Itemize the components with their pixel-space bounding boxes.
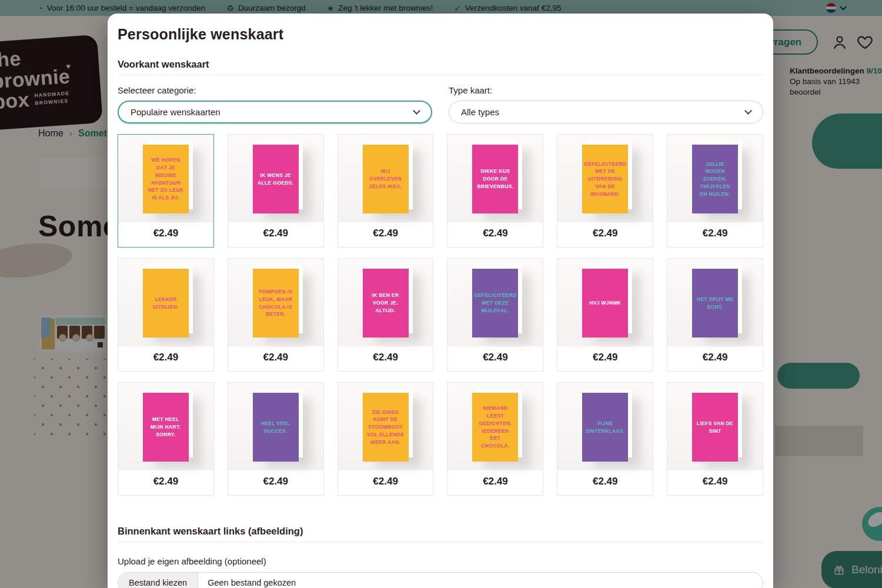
wenskaart-tile[interactable]: FIJNE SINTERKLAAS.€2.49 — [557, 382, 653, 496]
wenskaart-price: €2.49 — [557, 470, 653, 495]
type-value: Alle types — [461, 107, 499, 117]
wenskaart-text: DIKKE KUS DOOR DE BRIEVENBUS. — [472, 145, 518, 213]
wenskaart-tile[interactable]: HET SPIJT ME ECHT.€2.49 — [667, 258, 763, 372]
wenskaart-price: €2.49 — [447, 470, 543, 495]
wenskaart-price: €2.49 — [228, 222, 323, 247]
wenskaart-price: €2.49 — [338, 222, 433, 247]
divider — [118, 542, 763, 542]
wenskaart-tile[interactable]: IK BEN ER VOOR JE. ALTIJD.€2.49 — [338, 258, 434, 372]
wenskaart-text: POMPOEN IS LEUK, MAAR CHOCOLA IS BETER. — [253, 269, 299, 338]
wenskaart-tile[interactable]: HEEL VEEL SUCCES.€2.49 — [228, 382, 324, 496]
category-label: Selecteer categorie: — [118, 85, 432, 95]
wenskaart-tile[interactable]: ZIE GINDS KOMT DE STOOMBOOT VOL ELLENDE … — [338, 382, 434, 496]
wenskaart-grid: WE HOPEN DAT JE NIEUWE AVONTUUR NET ZO L… — [118, 134, 763, 496]
chevron-down-icon — [413, 107, 420, 115]
wenskaart-price: €2.49 — [447, 346, 543, 371]
wenskaart-tile[interactable]: NIEMAND LEEST GEDICHTEN. IEDEREEN EET CH… — [447, 382, 543, 496]
wenskaart-photo: HVJ WJNMK — [557, 259, 653, 346]
wenskaart-price: €2.49 — [667, 470, 763, 495]
wenskaart-tile[interactable]: JULLIE MOGEN ZOEKEN, TWIJFELEN EN HUILEN… — [667, 134, 763, 248]
wenskaart-tile[interactable]: LIEFS VAN DE SINT€2.49 — [667, 382, 763, 496]
file-status: Geen bestand gekozen — [198, 578, 305, 587]
wenskaart-price: €2.49 — [338, 346, 433, 371]
wenskaart-photo: FIJNE SINTERKLAAS. — [557, 383, 653, 470]
wenskaart-photo: POMPOEN IS LEUK, MAAR CHOCOLA IS BETER. — [228, 259, 323, 346]
wenskaart-price: €2.49 — [118, 470, 213, 495]
wenskaart-text: HEEL VEEL SUCCES. — [253, 393, 299, 462]
wenskaart-photo: WIJ OVERLEVEN ZELFS IKEA. — [338, 135, 433, 222]
section-binnenkant: Binnenkant wenskaart links (afbeelding) — [118, 526, 763, 537]
category-select[interactable]: Populaire wenskaarten — [118, 101, 432, 123]
wenskaart-text: IK WENS JE ALLE GOEDS. — [253, 145, 299, 213]
wenskaart-photo: LIEFS VAN DE SINT — [667, 383, 763, 470]
wenskaart-tile[interactable]: LEKKER UITDIJEN.€2.49 — [118, 258, 214, 372]
wenskaart-tile[interactable]: POMPOEN IS LEUK, MAAR CHOCOLA IS BETER.€… — [228, 258, 324, 372]
type-label: Type kaart: — [449, 85, 763, 95]
wenskaart-photo: WE HOPEN DAT JE NIEUWE AVONTUUR NET ZO L… — [118, 135, 213, 222]
wenskaart-text: WE HOPEN DAT JE NIEUWE AVONTUUR NET ZO L… — [143, 145, 189, 213]
wenskaart-photo: ZIE GINDS KOMT DE STOOMBOOT VOL ELLENDE … — [338, 383, 433, 470]
wenskaart-photo: GEFELICITEERD MET DE UITBREIDING VAN DE … — [557, 135, 653, 222]
wenskaart-price: €2.49 — [667, 346, 763, 371]
divider — [118, 75, 763, 75]
wenskaart-modal: Persoonlijke wenskaart Voorkant wenskaar… — [108, 14, 773, 588]
wenskaart-text: ZIE GINDS KOMT DE STOOMBOOT VOL ELLENDE … — [363, 393, 409, 462]
wenskaart-text: LIEFS VAN DE SINT — [692, 393, 738, 462]
wenskaart-tile[interactable]: MET HEEL MIJN HART: SORRY.€2.49 — [118, 382, 214, 496]
chevron-down-icon — [744, 107, 752, 115]
wenskaart-price: €2.49 — [447, 222, 543, 247]
category-value: Populaire wenskaarten — [131, 107, 220, 117]
wenskaart-photo: NIEMAND LEEST GEDICHTEN. IEDEREEN EET CH… — [447, 383, 543, 470]
wenskaart-tile[interactable]: IK WENS JE ALLE GOEDS.€2.49 — [228, 134, 324, 248]
wenskaart-text: FIJNE SINTERKLAAS. — [582, 393, 628, 462]
wenskaart-tile[interactable]: HVJ WJNMK€2.49 — [557, 258, 653, 372]
wenskaart-text: MET HEEL MIJN HART: SORRY. — [143, 393, 189, 462]
wenskaart-photo: LEKKER UITDIJEN. — [118, 259, 213, 346]
wenskaart-tile[interactable]: WE HOPEN DAT JE NIEUWE AVONTUUR NET ZO L… — [118, 134, 214, 248]
wenskaart-text: HET SPIJT ME ECHT. — [692, 269, 738, 338]
type-select[interactable]: Alle types — [449, 101, 763, 123]
wenskaart-price: €2.49 — [118, 222, 213, 247]
wenskaart-photo: IK WENS JE ALLE GOEDS. — [228, 135, 323, 222]
wenskaart-text: IK BEN ER VOOR JE. ALTIJD. — [363, 269, 409, 338]
modal-title: Persoonlijke wenskaart — [118, 26, 763, 43]
wenskaart-price: €2.49 — [667, 222, 763, 247]
wenskaart-photo: IK BEN ER VOOR JE. ALTIJD. — [338, 259, 433, 346]
wenskaart-photo: GEFELICITEERD MET DEZE MIJLPAAL. — [447, 259, 543, 346]
wenskaart-text: LEKKER UITDIJEN. — [143, 269, 189, 338]
wenskaart-tile[interactable]: WIJ OVERLEVEN ZELFS IKEA.€2.49 — [338, 134, 434, 248]
wenskaart-text: JULLIE MOGEN ZOEKEN, TWIJFELEN EN HUILEN… — [692, 145, 738, 213]
wenskaart-price: €2.49 — [557, 222, 653, 247]
wenskaart-price: €2.49 — [557, 346, 653, 371]
wenskaart-price: €2.49 — [228, 470, 323, 495]
wenskaart-price: €2.49 — [228, 346, 323, 371]
upload-label: Upload je eigen afbeelding (optioneel) — [118, 556, 763, 566]
wenskaart-text: NIEMAND LEEST GEDICHTEN. IEDEREEN EET CH… — [472, 393, 518, 462]
wenskaart-price: €2.49 — [118, 346, 213, 371]
wenskaart-price: €2.49 — [338, 470, 433, 495]
wenskaart-text: WIJ OVERLEVEN ZELFS IKEA. — [363, 145, 409, 213]
section-voorkant: Voorkant wenskaart — [118, 59, 763, 70]
wenskaart-tile[interactable]: GEFELICITEERD MET DE UITBREIDING VAN DE … — [557, 134, 653, 248]
wenskaart-text: HVJ WJNMK — [582, 269, 628, 338]
wenskaart-photo: HEEL VEEL SUCCES. — [228, 383, 323, 470]
file-input[interactable]: Bestand kiezen Geen bestand gekozen — [118, 572, 763, 588]
wenskaart-photo: DIKKE KUS DOOR DE BRIEVENBUS. — [447, 135, 543, 222]
wenskaart-tile[interactable]: GEFELICITEERD MET DEZE MIJLPAAL.€2.49 — [447, 258, 543, 372]
wenskaart-photo: JULLIE MOGEN ZOEKEN, TWIJFELEN EN HUILEN… — [667, 135, 763, 222]
wenskaart-tile[interactable]: DIKKE KUS DOOR DE BRIEVENBUS.€2.49 — [447, 134, 543, 248]
wenskaart-photo: MET HEEL MIJN HART: SORRY. — [118, 383, 213, 470]
wenskaart-text: GEFELICITEERD MET DE UITBREIDING VAN DE … — [582, 145, 628, 213]
file-choose-button[interactable]: Bestand kiezen — [118, 573, 198, 588]
wenskaart-text: GEFELICITEERD MET DEZE MIJLPAAL. — [472, 269, 518, 338]
wenskaart-photo: HET SPIJT ME ECHT. — [667, 259, 763, 346]
